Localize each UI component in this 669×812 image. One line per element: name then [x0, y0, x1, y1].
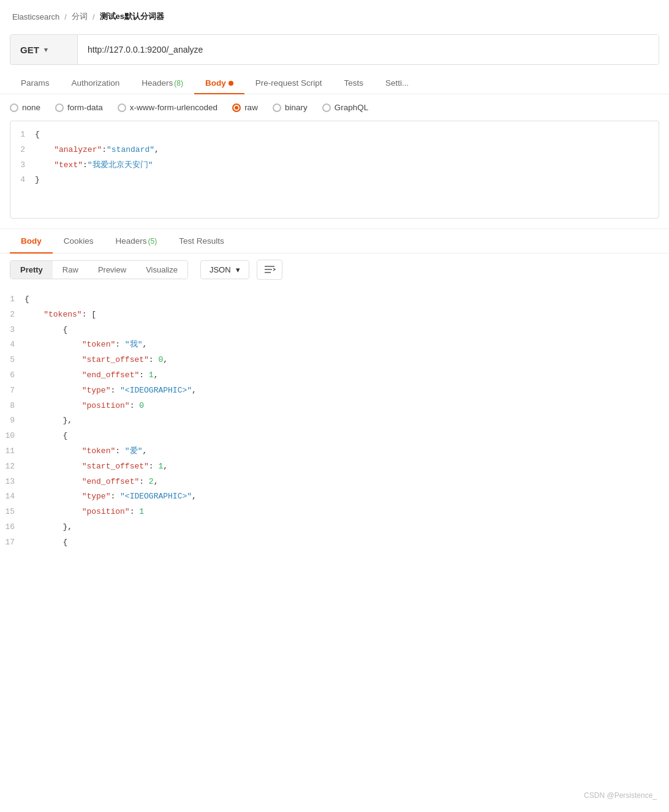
- response-toolbar: Pretty Raw Preview Visualize JSON ▾: [0, 254, 669, 286]
- body-active-dot: [229, 81, 233, 86]
- breadcrumb-sep-1: /: [64, 12, 67, 21]
- request-body-editor[interactable]: 1 { 2 "analyzer":"standard", 3 "text":"我…: [10, 121, 659, 219]
- tab-params[interactable]: Params: [10, 72, 61, 94]
- response-tabs: Body Cookies Headers(5) Test Results: [0, 229, 669, 254]
- response-tab-cookies[interactable]: Cookies: [53, 229, 105, 253]
- format-tabs: Pretty Raw Preview Visualize: [10, 260, 188, 279]
- radio-none: [10, 103, 18, 112]
- json-type-selector[interactable]: JSON ▾: [200, 260, 249, 279]
- radio-graphql: [322, 103, 331, 112]
- resp-line-16: 16 },: [0, 520, 669, 535]
- resp-line-6: 6 "end_offset": 1,: [0, 368, 669, 383]
- tab-authorization[interactable]: Authorization: [61, 72, 131, 94]
- url-input[interactable]: [78, 35, 659, 64]
- response-body-viewer: 1 { 2 "tokens": [ 3 { 4 "token": "我", 5 …: [0, 286, 669, 557]
- radio-x-www: [118, 103, 126, 112]
- breadcrumb-sep-2: /: [93, 12, 95, 21]
- method-selector[interactable]: GET ▾: [10, 35, 78, 64]
- resp-line-12: 12 "start_offset": 1,: [0, 459, 669, 475]
- resp-line-7: 7 "type": "<IDEOGRAPHIC>",: [0, 383, 669, 399]
- format-preview[interactable]: Preview: [88, 261, 136, 279]
- tab-body[interactable]: Body: [194, 72, 244, 94]
- radio-binary: [273, 103, 281, 112]
- option-graphql[interactable]: GraphQL: [322, 103, 369, 112]
- resp-line-5: 5 "start_offset": 0,: [0, 353, 669, 368]
- resp-line-4: 4 "token": "我",: [0, 337, 669, 353]
- headers-badge: (8): [174, 79, 183, 88]
- response-tab-body[interactable]: Body: [10, 229, 53, 253]
- resp-line-8: 8 "position": 0: [0, 399, 669, 414]
- resp-line-2: 2 "tokens": [: [0, 307, 669, 323]
- tab-settings[interactable]: Setti...: [374, 72, 420, 94]
- resp-line-15: 15 "position": 1: [0, 505, 669, 520]
- response-tab-test-results[interactable]: Test Results: [168, 229, 235, 253]
- breadcrumb: Elasticsearch / 分词 / 测试es默认分词器: [0, 0, 669, 29]
- breadcrumb-item-2[interactable]: 分词: [72, 11, 88, 22]
- method-label: GET: [20, 45, 39, 55]
- option-none[interactable]: none: [10, 103, 40, 112]
- response-tab-headers[interactable]: Headers(5): [105, 229, 168, 253]
- breadcrumb-item-1[interactable]: Elasticsearch: [12, 12, 59, 21]
- tab-tests[interactable]: Tests: [333, 72, 375, 94]
- option-raw[interactable]: raw: [232, 103, 258, 112]
- resp-line-9: 9 },: [0, 413, 669, 429]
- request-tabs: Params Authorization Headers(8) Body Pre…: [0, 72, 669, 94]
- req-line-1: 1 {: [10, 127, 659, 143]
- format-visualize[interactable]: Visualize: [136, 261, 187, 279]
- resp-line-13: 13 "end_offset": 2,: [0, 475, 669, 490]
- resp-line-11: 11 "token": "爱",: [0, 444, 669, 459]
- option-form-data[interactable]: form-data: [55, 103, 103, 112]
- req-line-4: 4 }: [10, 173, 659, 188]
- format-raw[interactable]: Raw: [53, 261, 88, 279]
- req-line-3: 3 "text":"我爱北京天安门": [10, 158, 659, 173]
- resp-line-14: 14 "type": "<IDEOGRAPHIC>",: [0, 489, 669, 505]
- wrap-button[interactable]: [257, 260, 282, 280]
- url-bar: GET ▾: [10, 34, 659, 65]
- radio-raw: [232, 103, 241, 112]
- breadcrumb-current: 测试es默认分词器: [100, 11, 164, 22]
- resp-line-3: 3 {: [0, 323, 669, 338]
- chevron-down-icon: ▾: [44, 46, 48, 54]
- tab-pre-request[interactable]: Pre-request Script: [244, 72, 333, 94]
- option-binary[interactable]: binary: [273, 103, 308, 112]
- resp-line-10: 10 {: [0, 429, 669, 444]
- req-line-2: 2 "analyzer":"standard",: [10, 143, 659, 158]
- response-headers-badge: (5): [148, 237, 157, 246]
- format-pretty[interactable]: Pretty: [10, 261, 53, 279]
- radio-form-data: [55, 103, 64, 112]
- chevron-down-icon-json: ▾: [236, 265, 240, 274]
- option-x-www[interactable]: x-www-form-urlencoded: [118, 103, 217, 112]
- resp-line-17: 17 {: [0, 535, 669, 551]
- resp-line-1: 1 {: [0, 292, 669, 307]
- tab-headers[interactable]: Headers(8): [130, 72, 194, 94]
- body-options: none form-data x-www-form-urlencoded raw…: [0, 94, 669, 121]
